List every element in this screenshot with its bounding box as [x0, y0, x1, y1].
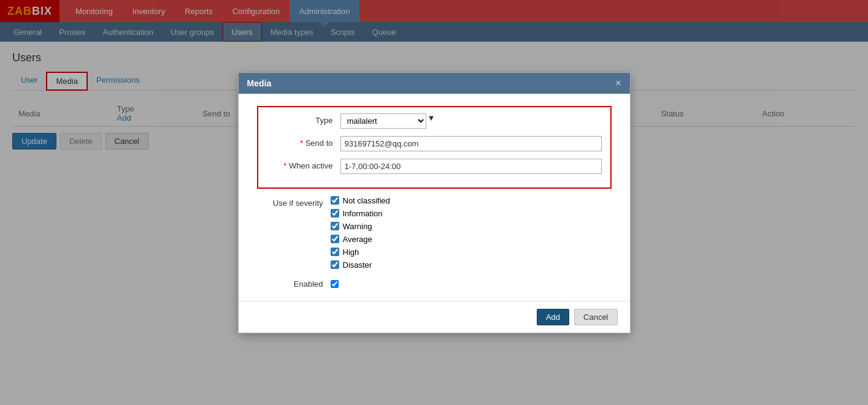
modal-overlay: Media × Type mailalert SMS Jabber ▼	[0, 0, 868, 159]
send-to-row: Send to	[267, 136, 602, 151]
dropdown-icon: ▼	[428, 113, 436, 123]
when-active-label: When active	[267, 159, 340, 160]
modal-header: Media ×	[239, 73, 630, 94]
outlined-section: Type mailalert SMS Jabber ▼ Send to When…	[257, 106, 612, 160]
when-active-input[interactable]	[340, 159, 602, 160]
send-to-label: Send to	[267, 136, 340, 148]
type-row: Type mailalert SMS Jabber ▼	[267, 113, 602, 129]
type-label: Type	[267, 113, 340, 125]
type-select[interactable]: mailalert SMS Jabber	[340, 113, 426, 129]
media-modal: Media × Type mailalert SMS Jabber ▼	[238, 72, 631, 160]
modal-close-button[interactable]: ×	[615, 78, 621, 89]
send-to-input[interactable]	[340, 136, 602, 151]
modal-body: Type mailalert SMS Jabber ▼ Send to When…	[239, 94, 630, 160]
modal-title: Media	[247, 78, 272, 88]
when-active-row: When active	[267, 159, 602, 160]
